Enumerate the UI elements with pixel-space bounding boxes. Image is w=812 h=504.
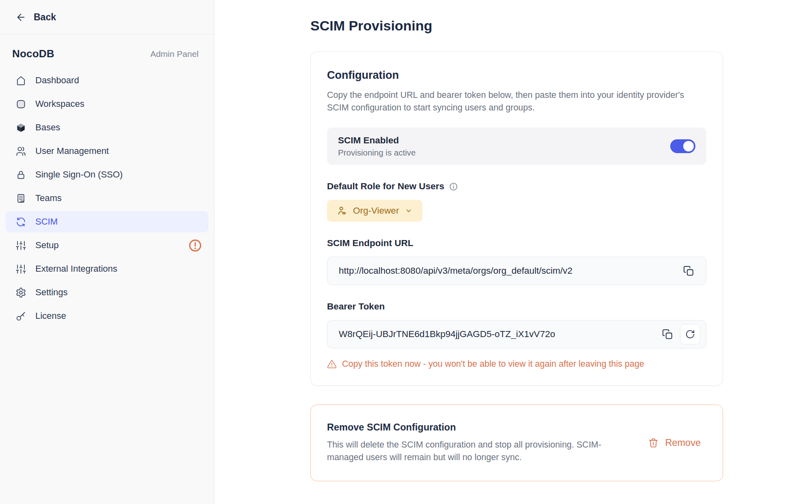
sidebar-header: NocoDB Admin Panel	[0, 35, 214, 69]
toggle-knob	[683, 141, 694, 151]
sidebar-item-workspaces[interactable]: Workspaces	[6, 93, 208, 115]
copy-token-button[interactable]	[662, 329, 673, 340]
workspace-square-icon	[15, 99, 26, 110]
sidebar-item-label: SCIM	[35, 216, 203, 227]
brand-title: NocoDB	[12, 48, 54, 60]
scim-enabled-label: SCIM Enabled	[338, 135, 416, 146]
scim-admin-screen: Back NocoDB Admin Panel DashboardWorkspa…	[0, 0, 812, 504]
back-button[interactable]: Back	[0, 0, 214, 35]
endpoint-url-field[interactable]: http://localhost:8080/api/v3/meta/orgs/o…	[327, 257, 706, 285]
sliders-icon	[15, 264, 26, 275]
alert-circle-icon	[188, 238, 203, 253]
main-content: SCIM Provisioning Configuration Copy the…	[214, 0, 812, 504]
endpoint-url-value: http://localhost:8080/api/v3/meta/orgs/o…	[339, 266, 683, 276]
sidebar-item-license[interactable]: License	[6, 305, 208, 327]
default-role-value: Org-Viewer	[353, 205, 399, 216]
chevron-down-icon	[405, 207, 413, 215]
default-role-label: Default Role for New Users	[327, 181, 444, 192]
endpoint-label: SCIM Endpoint URL	[327, 238, 706, 249]
bearer-token-field[interactable]: W8rQEij-UBJrTNE6d1Bkp94jjGAGD5-oTZ_iX1vV…	[327, 320, 706, 348]
back-label: Back	[34, 12, 56, 23]
base-cube-icon	[15, 122, 26, 133]
refresh-icon	[685, 329, 695, 340]
scim-enabled-row: SCIM Enabled Provisioning is active	[327, 128, 706, 165]
configuration-description: Copy the endpoint URL and bearer token b…	[327, 89, 706, 114]
default-role-label-row: Default Role for New Users	[327, 181, 706, 192]
token-label: Bearer Token	[327, 301, 706, 312]
sidebar-item-label: Workspaces	[35, 99, 203, 109]
remove-scim-text: Remove SCIM Configuration This will dele…	[327, 422, 619, 464]
sync-icon	[15, 216, 26, 227]
remove-button-label: Remove	[665, 437, 701, 448]
sidebar-item-label: License	[35, 311, 203, 321]
sidebar-item-setup[interactable]: Setup	[6, 235, 208, 256]
sidebar-item-single-sign-on-sso[interactable]: Single Sign-On (SSO)	[6, 164, 208, 185]
sidebar: Back NocoDB Admin Panel DashboardWorkspa…	[0, 0, 214, 504]
sidebar-item-user-management[interactable]: User Management	[6, 141, 208, 162]
sidebar-item-settings[interactable]: Settings	[6, 282, 208, 303]
sidebar-item-dashboard[interactable]: Dashboard	[6, 70, 208, 91]
sidebar-item-label: Bases	[35, 122, 203, 133]
building-icon	[15, 193, 26, 204]
token-warning-text: Copy this token now - you won't be able …	[342, 359, 644, 369]
gear-icon	[15, 287, 26, 298]
sidebar-item-bases[interactable]: Bases	[6, 117, 208, 138]
key-icon	[15, 311, 26, 322]
trash-icon	[648, 437, 659, 448]
default-role-select[interactable]: Org-Viewer	[327, 200, 422, 222]
panel-label: Admin Panel	[150, 49, 199, 59]
info-icon[interactable]	[449, 182, 458, 191]
sidebar-item-scim[interactable]: SCIM	[6, 211, 208, 232]
sliders-icon	[15, 240, 26, 251]
user-viewer-icon	[337, 205, 347, 216]
remove-scim-title: Remove SCIM Configuration	[327, 422, 619, 433]
configuration-title: Configuration	[327, 69, 706, 82]
sidebar-item-label: User Management	[35, 146, 203, 156]
sidebar-item-label: Single Sign-On (SSO)	[35, 169, 203, 180]
sidebar-nav: DashboardWorkspacesBasesUser ManagementS…	[0, 69, 214, 327]
regenerate-token-button[interactable]	[680, 324, 700, 344]
bearer-token-value: W8rQEij-UBJrTNE6d1Bkp94jjGAGD5-oTZ_iX1vV…	[339, 329, 662, 340]
scim-enabled-text: SCIM Enabled Provisioning is active	[338, 135, 416, 158]
sidebar-item-teams[interactable]: Teams	[6, 188, 208, 209]
copy-endpoint-button[interactable]	[683, 265, 695, 277]
scim-enabled-toggle[interactable]	[670, 139, 695, 153]
configuration-card: Configuration Copy the endpoint URL and …	[310, 52, 723, 386]
page-title: SCIM Provisioning	[310, 18, 812, 34]
sidebar-item-label: Teams	[35, 193, 203, 203]
lock-icon	[15, 169, 26, 180]
sidebar-item-label: External Integrations	[35, 264, 203, 274]
scim-enabled-status: Provisioning is active	[338, 148, 416, 158]
home-icon	[15, 75, 26, 86]
remove-scim-card: Remove SCIM Configuration This will dele…	[310, 404, 723, 481]
remove-scim-description: This will delete the SCIM configuration …	[327, 439, 619, 464]
users-icon	[15, 146, 26, 157]
sidebar-item-external-integrations[interactable]: External Integrations	[6, 258, 208, 279]
arrow-left-icon	[15, 12, 26, 23]
token-warning-row: Copy this token now - you won't be able …	[327, 359, 706, 369]
sidebar-item-label: Dashboard	[35, 75, 203, 86]
alert-triangle-icon	[327, 359, 337, 369]
sidebar-item-label: Setup	[35, 240, 179, 251]
sidebar-item-label: Settings	[35, 287, 203, 298]
remove-button[interactable]: Remove	[648, 437, 706, 448]
